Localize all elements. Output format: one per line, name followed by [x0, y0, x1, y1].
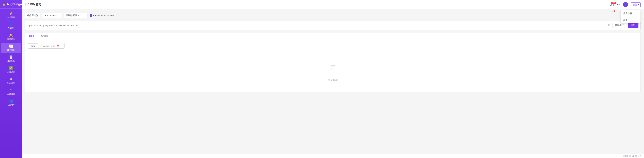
tab-graph-label: Graph: [41, 34, 48, 37]
calendar-icon: 📅: [56, 44, 60, 47]
query-input[interactable]: [28, 24, 608, 27]
tab-table[interactable]: Table: [26, 33, 38, 39]
sidebar-nav: ⚡ 快速跳转 👤 仪表盘 🔔 告警管理 📈 时序指标 📄 日志分析 ✅ 链路追踪…: [0, 10, 22, 158]
dropdown-arrow-icon: ▾: [638, 4, 639, 5]
newbie-mode-button[interactable]: 新手模式: [612, 23, 626, 28]
datasource-type-label: 数据源类型: [25, 13, 40, 18]
datasource-dropdown-arrow: ▾: [56, 15, 58, 16]
dropdown-arrow-decorator: [631, 9, 634, 10]
dashboard-icon: 👤: [9, 22, 13, 26]
page-title: 📈 即时查询: [25, 3, 41, 6]
query-actions: ⚙ 新手模式 查询: [608, 23, 638, 28]
header: 📈 即时查询 文档 NEW EN 👤 超管 ▾: [22, 0, 644, 9]
alert-self-icon: ⚠: [10, 88, 12, 92]
autocomplete-checkbox[interactable]: ✓: [90, 14, 92, 17]
sidebar-item-label: 快速跳转: [7, 16, 15, 19]
sidebar-item-infra[interactable]: ⚙ 基础设施: [1, 75, 21, 86]
sidebar-item-alert-mgmt[interactable]: 🔔 告警管理: [1, 32, 21, 42]
user-dropdown[interactable]: 超管 ▾: [631, 2, 641, 7]
time-label: Time: [28, 43, 38, 49]
time-row-container: Time Evaluation time 📅: [26, 41, 640, 54]
evaluation-time-input[interactable]: Evaluation time 📅: [38, 43, 65, 49]
empty-state: 暂无数据: [26, 54, 640, 92]
username: 超管: [632, 3, 637, 6]
empty-text: 暂无数据: [328, 79, 338, 82]
logout-label: 退出: [623, 18, 628, 21]
infra-icon: ⚙: [10, 77, 12, 81]
query-area: ⚙ 新手模式 查询: [25, 21, 641, 30]
title-icon: 📈: [25, 3, 29, 6]
header-right: 文档 NEW EN 👤 超管 ▾: [610, 2, 641, 7]
sidebar-item-label: 时序指标: [7, 49, 15, 52]
content-card: Table Graph Time Evaluation time 📅: [25, 33, 641, 92]
query-button[interactable]: 查询: [628, 23, 638, 28]
org-mgmt-icon: 👥: [9, 99, 13, 103]
profile-label: 个人信息: [623, 12, 632, 15]
time-row: Time Evaluation time 📅: [28, 43, 638, 49]
sidebar-item-log-analysis[interactable]: 📄 日志分析: [1, 54, 21, 64]
footer: CSDN @ 无比快 ds进: [22, 154, 644, 158]
user-dropdown-menu: 个人信息 退出: [620, 10, 641, 23]
main-area: 📈 即时查询 文档 NEW EN 👤 超管 ▾ 个人信息 退出 ↗: [22, 0, 644, 158]
datasource-select[interactable]: Prometheus ▾: [42, 13, 62, 18]
toolbar-row: 数据源类型 Prometheus ▾ 关联数据源 ▾ ✓ Enable auto…: [25, 13, 641, 18]
related-datasource-label: 关联数据源: [66, 14, 77, 17]
tabs-row: Table Graph: [26, 33, 640, 39]
sidebar-item-dashboard[interactable]: 👤 仪表盘: [1, 21, 21, 31]
tab-graph[interactable]: Graph: [38, 33, 51, 39]
sidebar-item-label: 基础设施: [7, 82, 15, 84]
related-dropdown-arrow: ▾: [78, 15, 79, 16]
trace-icon: ✅: [9, 66, 13, 70]
alert-mgmt-icon: 🔔: [9, 33, 13, 37]
sidebar-item-label: 链路追踪: [7, 71, 15, 73]
evaluation-placeholder: Evaluation time: [40, 45, 55, 47]
page-title-text: 即时查询: [30, 3, 41, 6]
page-content: 数据源类型 Prometheus ▾ 关联数据源 ▾ ✓ Enable auto…: [22, 9, 644, 154]
datasource-value: Prometheus: [44, 14, 56, 17]
sidebar-item-label: 告警自愈: [7, 92, 15, 95]
sidebar-item-label: 仪表盘: [8, 27, 14, 30]
doc-link[interactable]: 文档 NEW: [610, 3, 614, 6]
empty-icon: [328, 64, 338, 77]
related-datasource-select[interactable]: 关联数据源 ▾: [64, 13, 88, 18]
autocomplete-checkbox-label[interactable]: ✓ Enable autocomplete: [90, 14, 114, 17]
sidebar-item-org-mgmt[interactable]: 👥 人员组织: [1, 97, 21, 108]
menu-item-profile[interactable]: 个人信息: [620, 10, 640, 17]
sidebar-item-label: 人员组织: [7, 103, 15, 106]
menu-item-logout[interactable]: 退出: [620, 17, 640, 23]
avatar[interactable]: 👤: [623, 2, 628, 7]
quick-jump-icon: ⚡: [9, 11, 13, 15]
sidebar-item-timeseries[interactable]: 📈 时序指标: [1, 43, 21, 53]
sidebar-item-alert-self[interactable]: ⚠ 告警自愈: [1, 86, 21, 97]
lang-toggle[interactable]: EN: [617, 3, 620, 6]
sidebar-item-trace[interactable]: ✅ 链路追踪: [1, 65, 21, 75]
sidebar-item-label: 告警管理: [7, 38, 15, 41]
footer-text: CSDN @ 无比快 ds进: [623, 155, 641, 157]
sidebar-item-label: 日志分析: [7, 60, 15, 63]
sidebar-item-quick-jump[interactable]: ⚡ 快速跳转: [1, 10, 21, 20]
logo: 🦉 Nightingale: [0, 0, 22, 8]
settings-icon-btn[interactable]: ⚙: [608, 23, 611, 27]
timeseries-icon: 📈: [9, 44, 13, 48]
logo-icon: 🦉: [2, 2, 6, 6]
tab-table-label: Table: [29, 34, 34, 37]
log-icon: 📄: [9, 55, 13, 59]
new-badge: NEW: [611, 2, 616, 4]
autocomplete-label: Enable autocomplete: [93, 14, 114, 17]
sidebar: 🦉 Nightingale ⚡ 快速跳转 👤 仪表盘 🔔 告警管理 📈 时序指标…: [0, 0, 22, 158]
